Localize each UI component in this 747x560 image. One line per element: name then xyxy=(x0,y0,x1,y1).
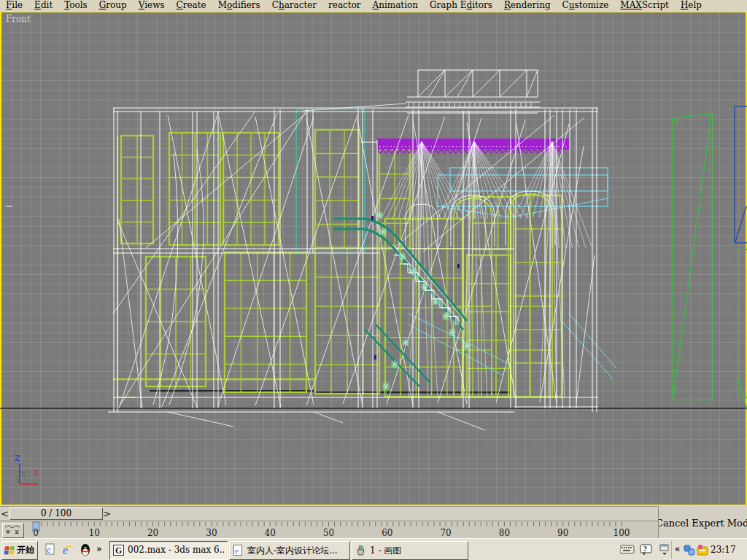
frame-label-40: 40 xyxy=(265,528,276,538)
menu-reactor[interactable]: reactor xyxy=(322,0,367,11)
time-slider[interactable]: < 0 / 100 > xyxy=(0,506,747,521)
cancel-expert-mode-label: Cancel Expert Mode xyxy=(658,518,747,529)
3dsmax-icon: G xyxy=(113,545,124,556)
frame-label-50: 50 xyxy=(323,528,334,538)
frame-label-60: 60 xyxy=(382,528,392,538)
task-button-3[interactable]: 1 - 画图 xyxy=(352,541,468,560)
svg-text:G: G xyxy=(115,545,122,556)
menu-rendering[interactable]: Rendering xyxy=(498,0,557,11)
ime-toolbar-icon[interactable] xyxy=(659,544,670,558)
trackbar-ticks: 0102030405060708090100 xyxy=(0,521,658,539)
task-label: 室内人-室内设计论坛... xyxy=(247,545,347,557)
start-button[interactable]: 开始 xyxy=(1,541,38,560)
frame-label-30: 30 xyxy=(206,528,217,538)
menu-tools[interactable]: Tools xyxy=(58,0,93,11)
menu-create[interactable]: Create xyxy=(171,0,212,11)
quicklaunch-ie-desktop-icon[interactable]: e xyxy=(44,543,57,556)
cancel-expert-mode-button[interactable]: Cancel Expert Mode xyxy=(658,506,747,538)
time-next-arrow[interactable]: > xyxy=(103,508,111,520)
ie-icon: e xyxy=(233,545,244,556)
screen: { "app_title": "3ds max 6 (Expert Mode) … xyxy=(0,0,747,560)
viewport-front[interactable] xyxy=(0,11,747,506)
frame-label-20: 20 xyxy=(147,528,158,538)
windows-flag-icon xyxy=(4,545,16,556)
menu-group[interactable]: Group xyxy=(93,0,133,11)
quicklaunch-overflow-chevron[interactable]: » xyxy=(96,544,102,554)
viewport-label[interactable]: Front xyxy=(6,14,31,24)
svg-text:?: ? xyxy=(643,545,647,553)
time-prev-arrow[interactable]: < xyxy=(1,508,9,520)
task-button-1[interactable]: G002.max - 3ds max 6... xyxy=(109,541,228,560)
task-label: 002.max - 3ds max 6... xyxy=(128,545,224,555)
ime-keyboard-icon[interactable] xyxy=(620,544,635,556)
menu-edit[interactable]: Edit xyxy=(28,0,58,11)
menu-maxscript[interactable]: MAXScript xyxy=(614,0,675,11)
menu-modifiers[interactable]: Modifiers xyxy=(212,0,266,11)
menu-bar: FileEditToolsGroupViewsCreateModifiersCh… xyxy=(0,0,747,11)
tray-network-icon[interactable] xyxy=(684,544,696,558)
frame-label-10: 10 xyxy=(89,528,100,538)
paint-icon xyxy=(355,545,366,556)
frame-label-100: 100 xyxy=(614,528,630,538)
ime-help-bubble-icon[interactable]: ? xyxy=(640,544,653,558)
frame-label-0: 0 xyxy=(33,528,39,538)
quicklaunch-qq-icon[interactable] xyxy=(79,543,92,556)
quicklaunch-ie-icon[interactable]: e xyxy=(61,543,74,556)
frame-label-70: 70 xyxy=(440,528,451,538)
menu-customize[interactable]: Customize xyxy=(557,0,615,11)
tray-collapse-chevron[interactable]: « xyxy=(675,544,681,554)
task-button-2[interactable]: e室内人-室内设计论坛... xyxy=(229,541,350,560)
time-slider-thumb[interactable]: 0 / 100 xyxy=(9,508,103,520)
menu-graph-editors[interactable]: Graph Editors xyxy=(424,0,498,11)
menu-help[interactable]: Help xyxy=(675,0,708,11)
curve-editor-icon xyxy=(3,524,22,536)
menu-animation[interactable]: Animation xyxy=(367,0,424,11)
frame-label-80: 80 xyxy=(499,528,510,538)
svg-text:e: e xyxy=(63,544,68,556)
frame-label-90: 90 xyxy=(557,528,568,538)
tray-messenger-icon[interactable] xyxy=(697,544,709,558)
tray-divider xyxy=(671,541,672,559)
track-bar[interactable]: 0102030405060708090100 xyxy=(0,521,658,539)
taskbar: 开始 e e » G002.max - 3ds max 6...e室内人-室内设… xyxy=(0,538,747,560)
menu-character[interactable]: Character xyxy=(266,0,322,11)
start-label: 开始 xyxy=(17,544,34,556)
svg-text:e: e xyxy=(47,545,51,555)
mini-curve-editor-button[interactable] xyxy=(2,523,24,538)
task-label: 1 - 画图 xyxy=(370,545,465,557)
menu-views[interactable]: Views xyxy=(133,0,171,11)
svg-text:e: e xyxy=(235,546,239,555)
menu-file[interactable]: File xyxy=(0,0,28,11)
taskbar-clock[interactable]: 23:17 xyxy=(711,545,736,555)
